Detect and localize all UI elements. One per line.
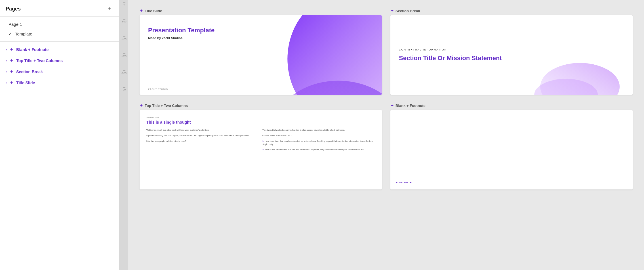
blank-footnote-card[interactable]: FOOTNOTE [390,110,633,189]
col1-p2: If you have a long trail of thoughts, se… [146,134,259,137]
title-slide-card[interactable]: Presentation Template Made By Zacht Stud… [140,15,382,95]
col2-item2: 2. Here is the second item that has two … [262,148,375,151]
col2-item1-text: Here is on item that may be extended up … [262,140,372,145]
two-col-body: Writing too much in a slide deck will lo… [146,128,375,151]
blank-footnote-footer: FOOTNOTE [396,181,412,184]
expand-arrow-icon-2: › [6,58,7,63]
sidebar-header: Pages + [0,0,119,17]
two-col-card[interactable]: Section Title This is a single thought W… [140,110,382,189]
expand-arrow-icon-4: › [6,81,7,85]
slide-label-section: Section Break [16,69,43,74]
blank-footnote-label: Blank + Footnote [395,104,426,108]
two-col-section-label: Section Title [146,116,375,119]
slide-item-two-col[interactable]: › ✦ Top Title + Two Columns [0,55,119,66]
slide-label-title: Title Slide [16,81,35,85]
title-slide-title: Presentation Template [148,27,272,34]
slide-item-blank-footnote[interactable]: › ✦ Blank + Footnote [0,44,119,55]
col2-item1: 1. Here is on item that may be extended … [262,140,375,146]
ruler-mark-end: 00 [119,87,128,104]
two-col-label: Top Title + Two Columns [145,104,188,108]
diamond-icon-section: ✦ [390,9,394,13]
slide-label-blank: Blank + Footnote [16,47,49,52]
col2-item1-num: 1. [262,140,264,142]
expand-arrow-icon-3: › [6,69,7,74]
slide-item-section-break[interactable]: › ✦ Section Break [0,66,119,77]
two-col-wrapper: ✦ Top Title + Two Columns Section Title … [140,103,382,189]
grid-icon-twocol: ✦ [10,58,13,63]
ruler: 0 500 1000 1500 2000 00 [119,0,128,270]
slide-label-twocol: Top Title + Two Columns [16,58,63,63]
title-slide-footer: ZACHT.STUDIO [148,88,168,90]
section-break-eyebrow: CONTEXTUAL INFORMATION [399,48,624,51]
title-slide-wrapper: ✦ Title Slide Presentation Template Made… [140,9,382,95]
canvas: ✦ Title Slide Presentation Template Made… [128,0,644,270]
check-icon: ✓ [9,31,12,36]
page-item-page1[interactable]: Page 1 [0,20,119,29]
title-slide-subtitle: Made By Zacht Studios [148,36,272,40]
diamond-icon-twocol: ✦ [140,103,143,108]
title-slide-label: Title Slide [145,9,162,13]
col2-question: Or how about a numbered list? [262,134,375,137]
blank-footnote-wrapper: ✦ Blank + Footnote FOOTNOTE [390,103,633,189]
main-area: 0 500 1000 1500 2000 00 ✦ Title Slid [119,0,644,270]
diamond-icon-blank: ✦ [390,103,394,108]
section-break-wrapper: ✦ Section Break CONTEXTUAL INFORMATION S… [390,9,633,95]
pages-section: Page 1 ✓ Template [0,17,119,42]
add-page-button[interactable]: + [106,5,113,12]
expand-arrow-icon: › [6,47,7,52]
section-break-label-row: ✦ Section Break [390,9,633,13]
template-label: Template [15,31,32,36]
grid-icon-section: ✦ [10,69,13,74]
title-slide-label-row: ✦ Title Slide [140,9,382,13]
ruler-mark-1500: 1500 [119,53,128,70]
two-col-title: This is a single thought [146,120,375,125]
slides-section: › ✦ Blank + Footnote › ✦ Top Title + Two… [0,42,119,90]
slide-item-title-slide[interactable]: › ✦ Title Slide [0,77,119,88]
ruler-mark-0: 0 [119,2,128,19]
sidebar: Pages + Page 1 ✓ Template › ✦ Blank + Fo… [0,0,119,270]
col1-p3: Like this paragraph. Isn't this nice to … [146,140,259,143]
grid-icon-title: ✦ [10,80,13,85]
col1-text: Writing too much in a slide deck will lo… [146,128,259,151]
col2-item2-text: Here is the second item that has two sen… [265,148,365,151]
title-slide-content: Presentation Template Made By Zacht Stud… [140,15,382,95]
ruler-mark-2000: 2000 [119,70,128,87]
diamond-icon-title: ✦ [140,9,143,13]
section-break-blob [487,55,633,95]
page1-label: Page 1 [9,22,22,27]
section-break-label: Section Break [395,9,420,13]
blank-footnote-label-row: ✦ Blank + Footnote [390,103,633,108]
col2-item2-num: 2. [262,148,264,151]
grid-icon-blank: ✦ [10,47,13,52]
col2-text: This layout is two text columns, but thi… [262,128,375,151]
ruler-mark-1000: 1000 [119,36,128,53]
ruler-mark-500: 500 [119,19,128,36]
page-item-template[interactable]: ✓ Template [0,29,119,39]
two-col-label-row: ✦ Top Title + Two Columns [140,103,382,108]
col1-p1: Writing too much in a slide deck will lo… [146,128,259,132]
col2-intro: This layout is two text columns, but thi… [262,128,375,132]
section-break-card[interactable]: CONTEXTUAL INFORMATION Section Title Or … [390,15,633,95]
sidebar-title: Pages [6,6,21,12]
